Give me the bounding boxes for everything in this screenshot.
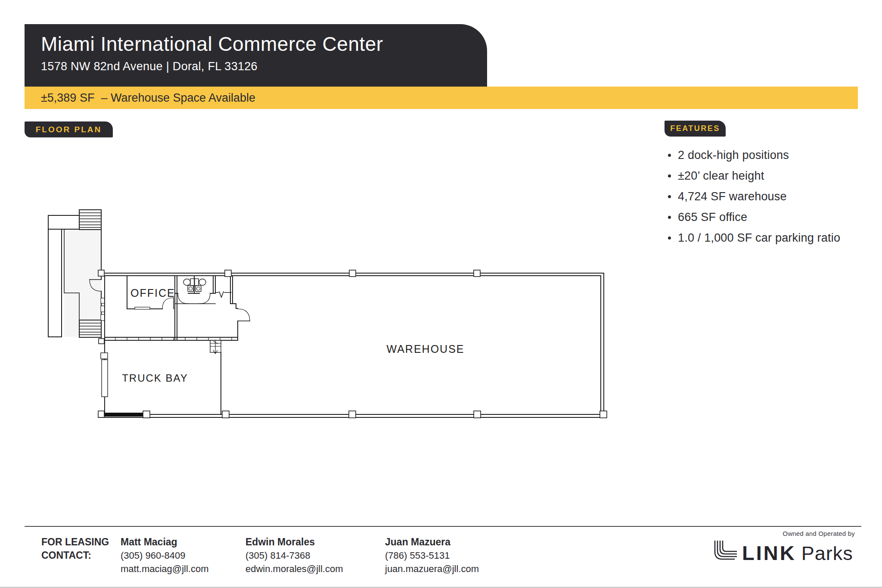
leasing-contact-heading: FOR LEASING CONTACT: xyxy=(41,535,109,562)
features-list: 2 dock-high positions ±20’ clear height … xyxy=(668,145,875,248)
feature-text: 2 dock-high positions xyxy=(678,149,789,162)
link-parks-logo: Owned and Operated by LINK Parks xyxy=(713,530,855,563)
header: Miami International Commerce Center 1578… xyxy=(25,24,487,87)
contact-card: Matt Maciag (305) 960-8409 matt.maciag@j… xyxy=(121,535,209,576)
contact-name: Edwin Morales xyxy=(245,535,343,549)
contact-name: Matt Maciag xyxy=(121,535,209,549)
bullet-icon xyxy=(668,174,671,177)
feature-item: 2 dock-high positions xyxy=(668,145,875,165)
property-address: 1578 NW 82nd Avenue | Doral, FL 33126 xyxy=(41,60,487,73)
feature-text: 4,724 SF warehouse xyxy=(678,190,787,203)
bullet-icon xyxy=(668,195,671,198)
link-l-mark-icon xyxy=(713,540,737,563)
availability-banner: ±5,389 SF – Warehouse Space Available xyxy=(25,87,858,109)
contact-card: Juan Mazuera (786) 553-5131 juan.mazuera… xyxy=(385,535,479,576)
contact-phone: (786) 553-5131 xyxy=(385,549,479,562)
features-badge: FEATURES xyxy=(665,121,726,137)
page-title: Miami International Commerce Center xyxy=(41,24,487,55)
contact-name: Juan Mazuera xyxy=(385,535,479,549)
bullet-icon xyxy=(668,154,671,157)
feature-text: 1.0 / 1,000 SF car parking ratio xyxy=(678,231,840,245)
contact-phone: (305) 960-8409 xyxy=(121,549,209,562)
bullet-icon xyxy=(668,236,671,240)
feature-item: 665 SF office xyxy=(668,207,875,227)
office-label: OFFICE xyxy=(130,287,175,299)
feature-text: 665 SF office xyxy=(678,211,747,224)
contact-email: edwin.morales@jll.com xyxy=(245,562,343,576)
feature-item: 1.0 / 1,000 SF car parking ratio xyxy=(668,227,875,248)
logo-brand-primary: LINK xyxy=(742,543,796,563)
floor-plan-drawing: OFFICE WAREHOUSE TRUCK BAY xyxy=(43,207,620,431)
logo-row: LINK Parks xyxy=(713,540,855,563)
leasing-heading-line2: CONTACT: xyxy=(41,549,109,562)
contact-phone: (305) 814-7368 xyxy=(245,549,343,562)
logo-tagline: Owned and Operated by xyxy=(713,530,855,537)
floor-plan-badge: FLOOR PLAN xyxy=(25,121,113,137)
footer-divider xyxy=(25,526,861,527)
contact-email: matt.maciag@jll.com xyxy=(121,562,209,576)
warehouse-label: WAREHOUSE xyxy=(387,343,465,355)
feature-text: ±20’ clear height xyxy=(678,169,764,183)
feature-item: 4,724 SF warehouse xyxy=(668,186,875,207)
contact-card: Edwin Morales (305) 814-7368 edwin.moral… xyxy=(245,535,343,576)
availability-text: ±5,389 SF – Warehouse Space Available xyxy=(41,91,255,105)
logo-brand-secondary: Parks xyxy=(801,544,853,563)
truck-bay-label: TRUCK BAY xyxy=(122,372,188,384)
feature-item: ±20’ clear height xyxy=(668,165,875,186)
flyer-page: Miami International Commerce Center 1578… xyxy=(0,0,882,588)
contact-email: juan.mazuera@jll.com xyxy=(385,562,479,576)
leasing-heading-line1: FOR LEASING xyxy=(41,535,109,549)
bullet-icon xyxy=(668,216,671,219)
